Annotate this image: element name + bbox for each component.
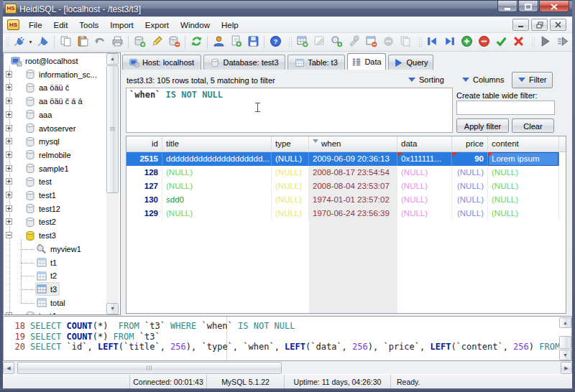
cell-when[interactable]: 1970-06-24 23:56:39	[309, 207, 397, 220]
tree-expander-plus[interactable]	[6, 84, 12, 90]
tree-item-aaa[interactable]: aaa	[4, 108, 55, 121]
disconnect-button[interactable]	[34, 34, 52, 50]
tab-table-t3[interactable]: Table: t3	[288, 55, 345, 70]
cell-price[interactable]: (NULL)	[452, 166, 488, 179]
cell-content[interactable]: (NULL)	[488, 207, 559, 220]
tree-expander-plus[interactable]	[6, 205, 12, 212]
log-scroll-down[interactable]: ▼	[559, 350, 571, 360]
tree-item-myview1[interactable]: myview1	[4, 243, 84, 256]
cell-id[interactable]: 129	[126, 207, 162, 220]
column-header-price[interactable]: price	[452, 136, 488, 152]
log-scroll-up[interactable]: ▲	[559, 317, 571, 328]
post-changes-button[interactable]	[492, 34, 510, 50]
tree-item-sample1[interactable]: sample1	[4, 162, 72, 175]
tree-item-test2[interactable]: test2	[4, 215, 59, 228]
cell-id[interactable]: 130	[126, 193, 162, 207]
tree-expander-plus[interactable]	[6, 71, 12, 78]
cell-type[interactable]: (NULL)	[272, 193, 309, 207]
copy-button[interactable]	[57, 34, 74, 50]
grid-row-129[interactable]: 129(NULL)(NULL)1970-06-24 23:56:39(NULL)…	[126, 207, 559, 220]
menu-tools[interactable]: Tools	[73, 17, 104, 32]
cell-when[interactable]: 1974-01-01 23:57:02	[309, 193, 397, 207]
table-wide-filter-input[interactable]	[456, 101, 555, 115]
execute-selection-button[interactable]	[553, 34, 571, 50]
help-button[interactable]: ?	[267, 34, 284, 50]
cell-price[interactable]: (NULL)	[452, 179, 488, 193]
grid-row-2515[interactable]: 2515ddddddddddddddddddddd...(NULL)2009-0…	[126, 152, 559, 166]
export-data-button[interactable]	[227, 34, 244, 50]
tree-item-t2[interactable]: t2	[4, 269, 60, 282]
log-scroll-right[interactable]: ▶	[561, 362, 572, 374]
minimize-button[interactable]	[497, 1, 518, 12]
tree-item-t1[interactable]: t1	[4, 256, 60, 269]
tree-item-aa-[interactable]: aa öäü č	[4, 81, 72, 94]
tree-expander-plus[interactable]	[6, 138, 12, 144]
cancel-edit-button[interactable]	[510, 34, 527, 50]
log-scroll-left[interactable]: ◀	[3, 362, 14, 374]
filter-dropdown[interactable]: Filter	[512, 72, 553, 88]
tree-item-aa-[interactable]: aa öäü č á á	[4, 95, 86, 108]
cell-title[interactable]: ddddddddddddddddddddd...	[162, 152, 272, 166]
edit-button[interactable]	[148, 34, 165, 50]
close-button[interactable]	[539, 1, 569, 12]
user-manager-button[interactable]	[210, 34, 227, 50]
delete-record-button[interactable]	[475, 34, 492, 50]
cell-type[interactable]: (NULL)	[272, 179, 309, 193]
cell-content[interactable]: (NULL)	[488, 179, 559, 193]
column-header-content[interactable]: content	[488, 136, 559, 152]
sql-log[interactable]: 18SELECT COUNT(*) FROM `t3` WHERE `when`…	[3, 316, 572, 361]
tab-host-localhost[interactable]: Host: localhost	[122, 55, 201, 70]
mdi-close-button[interactable]	[550, 19, 566, 31]
tab-database-test3[interactable]: Database: test3	[203, 55, 285, 70]
tree-expander-plus[interactable]	[6, 192, 12, 198]
menu-window[interactable]: Window	[175, 17, 216, 32]
column-header-id[interactable]: id	[126, 136, 162, 152]
save-button[interactable]	[244, 34, 262, 50]
tree-scroll-thumb[interactable]	[106, 65, 119, 193]
tree-item-test[interactable]: test	[4, 175, 55, 188]
create-table-button[interactable]	[293, 34, 310, 50]
tree-item-total[interactable]: total	[4, 297, 68, 309]
drop-table-button[interactable]	[362, 34, 380, 50]
drop-database-button[interactable]	[165, 34, 183, 50]
tree-expander-plus[interactable]	[6, 111, 12, 118]
menu-file[interactable]: File	[23, 17, 48, 32]
tree-scrollbar[interactable]: ▲ ▼	[106, 53, 119, 314]
tree-scroll-down[interactable]: ▼	[106, 303, 119, 314]
cell-title[interactable]: (NULL)	[162, 179, 272, 193]
cell-when[interactable]: 2009-06-09 20:36:13	[309, 152, 397, 166]
cell-content[interactable]: Lorem ipsum	[488, 152, 559, 166]
tree-expander-plus[interactable]	[6, 165, 12, 172]
tree-item-test4a[interactable]: test4a	[4, 309, 63, 315]
execute-sql-button[interactable]	[536, 34, 553, 50]
tab-data[interactable]: Data	[347, 53, 386, 70]
first-record-button[interactable]	[423, 34, 441, 50]
cell-id[interactable]: 128	[126, 166, 162, 179]
connect-dropdown-arrow[interactable]: ▼	[28, 39, 34, 45]
cell-price[interactable]: 90	[452, 152, 488, 166]
tree-item-test12[interactable]: test12	[4, 202, 63, 215]
cell-data[interactable]: (NULL)	[397, 179, 452, 193]
undo-button[interactable]	[91, 34, 109, 50]
data-grid[interactable]: 2515ddddddddddddddddddddd...(NULL)2009-0…	[126, 136, 566, 314]
maximize-button[interactable]	[518, 1, 538, 12]
tree-item-test3[interactable]: test3	[4, 229, 59, 242]
mdi-restore-button[interactable]	[531, 19, 548, 31]
tree-item-information-sc-[interactable]: information_sc...	[4, 68, 100, 81]
tree-expander-plus[interactable]	[6, 178, 12, 185]
edit-table-button[interactable]	[310, 34, 328, 50]
cell-when[interactable]: 2008-08-17 23:54:54	[309, 166, 397, 179]
routine-button[interactable]	[345, 34, 362, 50]
tree-item-mysql[interactable]: mysql	[4, 135, 63, 148]
database-tree[interactable]: root@localhostinformation_sc...aa öäü ča…	[3, 52, 121, 315]
paste-button[interactable]	[74, 34, 91, 50]
columns-dropdown[interactable]: Columns	[462, 74, 504, 85]
apply-filter-button[interactable]: Apply filter	[456, 118, 509, 133]
tree-scroll-up[interactable]: ▲	[106, 53, 119, 65]
cell-price[interactable]: (NULL)	[452, 207, 488, 220]
cell-title[interactable]: (NULL)	[162, 207, 272, 220]
grid-row-127[interactable]: 127(NULL)(NULL)2008-08-04 23:53:07(NULL)…	[126, 179, 559, 193]
tree-expander-minus[interactable]	[6, 232, 12, 238]
tree-expander-plus[interactable]	[6, 98, 12, 104]
cell-data[interactable]: 0x111111...	[397, 152, 452, 166]
